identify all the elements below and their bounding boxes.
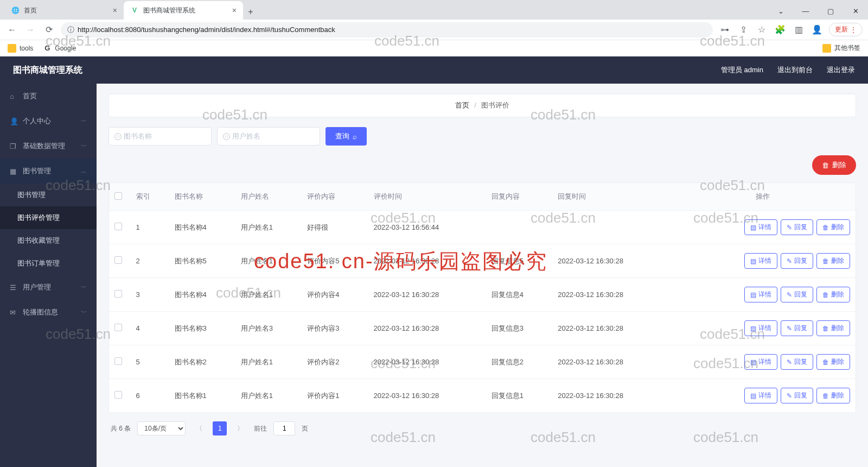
trash-icon: 🗑 [822, 257, 829, 265]
row-delete-button[interactable]: 🗑删除 [816, 354, 850, 370]
app-title: 图书商城管理系统 [13, 65, 82, 76]
trash-icon: 🗑 [822, 325, 829, 332]
sidebar-item-carousel[interactable]: ✉ 轮播图信息 ﹀ [0, 300, 97, 325]
user-name-input[interactable]: ○ 用户姓名 [217, 127, 320, 146]
row-checkbox[interactable] [114, 223, 122, 230]
cell-content: 评价内容3 [302, 312, 368, 345]
prev-page-button[interactable]: 〈 [192, 421, 206, 436]
detail-button[interactable]: ▤详情 [744, 388, 777, 403]
breadcrumb-home[interactable]: 首页 [455, 101, 469, 109]
edit-icon: ✎ [787, 291, 792, 299]
doc-icon: ▤ [750, 257, 756, 265]
edit-icon: ✎ [787, 224, 792, 231]
reply-button[interactable]: ✎回复 [781, 388, 813, 403]
reply-button[interactable]: ✎回复 [781, 354, 813, 370]
info-icon: ⓘ [67, 25, 74, 35]
to-front-link[interactable]: 退出到前台 [777, 65, 813, 75]
user-icon: 👤 [10, 117, 17, 125]
row-checkbox[interactable] [114, 256, 122, 264]
sidebar-sub-order[interactable]: 图书订单管理 [0, 252, 97, 275]
copy-icon: ❐ [10, 142, 17, 150]
search-button[interactable]: 查询 ⌕ [326, 127, 367, 146]
page-unit: 页 [302, 424, 308, 433]
detail-button[interactable]: ▤详情 [744, 354, 777, 370]
cell-user: 用户姓名3 [235, 312, 302, 345]
back-button[interactable]: ← [5, 23, 18, 36]
page-size-select[interactable]: 10条/页 [137, 421, 186, 436]
row-delete-button[interactable]: 🗑删除 [816, 253, 850, 269]
cell-content: 评价内容5 [302, 244, 368, 278]
reply-button[interactable]: ✎回复 [781, 219, 813, 235]
row-delete-button[interactable]: 🗑删除 [816, 219, 850, 235]
update-button[interactable]: 更新⋮ [829, 23, 863, 36]
next-page-button[interactable]: 〉 [233, 421, 247, 436]
goto-page-input[interactable] [273, 421, 295, 436]
sidebar-item-home[interactable]: ⌂ 首页 [0, 84, 97, 109]
cell-idx: 1 [131, 211, 169, 244]
row-delete-button[interactable]: 🗑删除 [816, 287, 850, 302]
cell-time: 2022-03-12 16:30:28 [368, 379, 486, 413]
forward-button[interactable]: → [24, 23, 37, 36]
close-icon[interactable]: × [113, 6, 117, 15]
bookmark-google[interactable]: G Google [43, 44, 76, 53]
cell-time: 2022-03-12 16:30:28 [368, 278, 486, 312]
bookmark-tools[interactable]: tools [8, 44, 33, 53]
close-icon[interactable]: × [232, 6, 237, 15]
sidebar-sub-fav[interactable]: 图书收藏管理 [0, 229, 97, 252]
reply-button[interactable]: ✎回复 [781, 287, 813, 302]
edit-icon: ✎ [787, 358, 792, 366]
close-window-button[interactable]: ✕ [843, 2, 868, 20]
cell-time: 2022-03-12 16:30:28 [368, 244, 486, 278]
reply-button[interactable]: ✎回复 [781, 320, 813, 336]
bulk-delete-button[interactable]: 🗑 删除 [812, 155, 856, 175]
sidebar-item-basedata[interactable]: ❐ 基础数据管理 ﹀ [0, 134, 97, 159]
row-delete-button[interactable]: 🗑删除 [816, 320, 850, 336]
sidebar-item-personal[interactable]: 👤 个人中心 ﹀ [0, 109, 97, 134]
sidebar-item-book[interactable]: ▦ 图书管理 ︿ [0, 159, 97, 184]
reload-button[interactable]: ⟳ [42, 23, 55, 36]
edit-icon: ✎ [787, 257, 792, 265]
browser-tab-1[interactable]: 🌐 首页 × [4, 1, 124, 20]
detail-button[interactable]: ▤详情 [744, 287, 777, 302]
folder-icon [8, 44, 16, 53]
row-checkbox[interactable] [114, 290, 122, 298]
doc-icon: ▤ [750, 392, 756, 400]
trash-icon: 🗑 [822, 358, 829, 366]
extensions-icon[interactable]: 🧩 [774, 23, 787, 36]
edit-icon: ✎ [787, 392, 792, 400]
logout-link[interactable]: 退出登录 [827, 65, 855, 75]
cell-book: 图书名称2 [169, 345, 235, 379]
sidebar-sub-manage[interactable]: 图书管理 [0, 184, 97, 206]
detail-button[interactable]: ▤详情 [744, 253, 777, 269]
other-bookmarks[interactable]: 其他书签 [822, 43, 860, 53]
cell-user: 用户姓名1 [235, 345, 302, 379]
doc-icon: ▤ [750, 224, 756, 231]
reply-button[interactable]: ✎回复 [781, 253, 813, 269]
trash-icon: 🗑 [822, 161, 829, 169]
page-1-button[interactable]: 1 [213, 421, 227, 436]
cell-ops: ▤详情✎回复🗑删除 [670, 278, 856, 312]
book-name-input[interactable]: ○ 图书名称 [108, 127, 212, 146]
row-checkbox[interactable] [114, 357, 122, 365]
sidebar-sub-comment[interactable]: 图书评价管理 [0, 206, 97, 229]
select-all-checkbox[interactable] [114, 192, 122, 200]
key-icon[interactable]: ⊶ [718, 23, 731, 36]
url-input[interactable]: ⓘ http://localhost:8080/tushushangcheng/… [61, 22, 713, 37]
sidebar-item-user[interactable]: ☰ 用户管理 ﹀ [0, 275, 97, 300]
cell-idx: 5 [131, 345, 169, 379]
sidepanel-icon[interactable]: ▥ [792, 23, 805, 36]
row-checkbox[interactable] [114, 391, 122, 399]
share-icon[interactable]: ⇪ [737, 23, 750, 36]
profile-icon[interactable]: 👤 [810, 23, 824, 36]
detail-button[interactable]: ▤详情 [744, 219, 777, 235]
maximize-button[interactable]: ▢ [818, 2, 843, 20]
browser-tab-2[interactable]: V 图书商城管理系统 × [124, 1, 243, 20]
dropdown-icon[interactable]: ⌄ [768, 2, 793, 20]
minimize-button[interactable]: — [793, 2, 818, 20]
row-delete-button[interactable]: 🗑删除 [816, 388, 850, 403]
detail-button[interactable]: ▤详情 [744, 320, 777, 336]
star-icon[interactable]: ☆ [755, 23, 768, 36]
row-checkbox[interactable] [114, 324, 122, 331]
admin-label[interactable]: 管理员 admin [721, 65, 763, 75]
new-tab-button[interactable]: + [243, 4, 258, 20]
